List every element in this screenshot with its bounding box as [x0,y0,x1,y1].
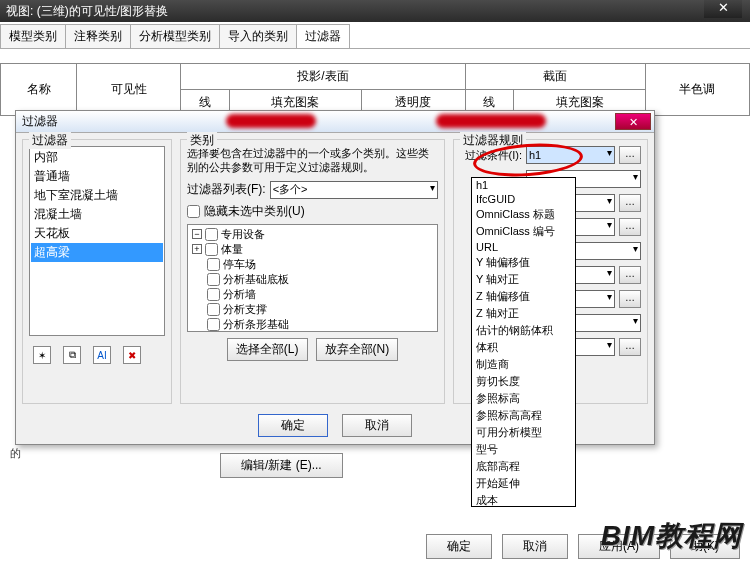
dropdown-item[interactable]: Y 轴对正 [472,271,575,288]
dialog-close-icon[interactable]: ✕ [615,113,651,130]
tab-filter[interactable]: 过滤器 [296,24,350,48]
dialog-titlebar[interactable]: 过滤器 ✕ [16,111,654,133]
tab-annotation[interactable]: 注释类别 [65,24,131,48]
filter-group: 过滤器 内部 普通墙 地下室混凝土墙 混凝土墙 天花板 超高梁 ✶ ⧉ AI ✖ [22,139,172,404]
col-name: 名称 [1,64,77,116]
dropdown-item[interactable]: IfcGUID [472,192,575,206]
dropdown-item[interactable]: 体积 [472,339,575,356]
filter-group-label: 过滤器 [29,132,71,149]
edit-new-button[interactable]: 编辑/新建 (E)... [220,453,343,478]
list-item[interactable]: 超高梁 [31,243,163,262]
categories-desc: 选择要包含在过滤器中的一个或多个类别。这些类别的公共参数可用于定义过滤器规则。 [187,146,438,175]
dropdown-item[interactable]: Y 轴偏移值 [472,254,575,271]
close-icon[interactable]: ✕ [704,0,742,18]
tab-model[interactable]: 模型类别 [0,24,66,48]
category-list[interactable]: −专用设备 +体量 停车场 分析基础底板 分析墙 分析支撑 分析条形基础 分析柱 [187,224,438,332]
rule-more-button[interactable]: … [619,218,641,236]
col-halftone: 半色调 [645,64,749,116]
rule-more-button[interactable]: … [619,290,641,308]
rule-more-button[interactable]: … [619,338,641,356]
list-item[interactable]: 分析条形基础 [190,317,435,332]
list-item[interactable]: −专用设备 [190,227,435,242]
dropdown-item[interactable]: h1 [472,178,575,192]
dropdown-item[interactable]: 开始延伸 [472,475,575,492]
cancel-button[interactable]: 取消 [502,534,568,559]
new-filter-icon[interactable]: ✶ [33,346,51,364]
list-item[interactable]: 停车场 [190,257,435,272]
dropdown-item[interactable]: 型号 [472,441,575,458]
footer-buttons: 确定 取消 应用(A) 助(K) [426,534,740,559]
cat-list-label: 过滤器列表(F): [187,181,266,198]
copy-filter-icon[interactable]: ⧉ [63,346,81,364]
hide-unchecked-label: 隐藏未选中类别(U) [204,203,305,220]
main-title: 视图: (三维)的可见性/图形替换 [6,3,168,20]
list-item[interactable]: +体量 [190,242,435,257]
filter-icon-row: ✶ ⧉ AI ✖ [29,346,165,364]
list-item[interactable]: 分析墙 [190,287,435,302]
help-button[interactable]: 助(K) [670,534,740,559]
dropdown-item[interactable]: OmniClass 标题 [472,206,575,223]
bottom-text: 的 [10,446,21,461]
dropdown-item[interactable]: Z 轴偏移值 [472,288,575,305]
apply-button[interactable]: 应用(A) [578,534,660,559]
main-titlebar: 视图: (三维)的可见性/图形替换 ✕ [0,0,750,22]
deselect-all-button[interactable]: 放弃全部(N) [316,338,399,361]
dropdown-item[interactable]: Z 轴对正 [472,305,575,322]
list-item[interactable]: 混凝土墙 [31,205,163,224]
dropdown-item[interactable]: URL [472,240,575,254]
select-all-button[interactable]: 选择全部(L) [227,338,308,361]
dropdown-item[interactable]: 底部高程 [472,458,575,475]
main-tabs: 模型类别 注释类别 分析模型类别 导入的类别 过滤器 [0,24,750,49]
dropdown-item[interactable]: 剪切长度 [472,373,575,390]
rule-more-button[interactable]: … [619,266,641,284]
dropdown-item[interactable]: 估计的钢筋体积 [472,322,575,339]
rule-filter-label: 过滤条件(I): [460,148,522,163]
list-item[interactable]: 分析基础底板 [190,272,435,287]
rule-more-button[interactable]: … [619,146,641,164]
list-item[interactable]: 天花板 [31,224,163,243]
col-sec-group: 截面 [465,64,645,90]
rule-filter-dropdown[interactable]: h1IfcGUIDOmniClass 标题OmniClass 编号URLY 轴偏… [471,177,576,507]
col-proj-group: 投影/表面 [181,64,465,90]
tab-analytical[interactable]: 分析模型类别 [130,24,220,48]
bg-header-table: 名称 可见性 投影/表面 截面 半色调 线 填充图案 透明度 线 填充图案 [0,63,750,116]
list-item[interactable]: 普通墙 [31,167,163,186]
list-item[interactable]: 地下室混凝土墙 [31,186,163,205]
rule-filter-select[interactable] [526,146,615,164]
col-visibility: 可见性 [77,64,181,116]
hide-unchecked-row[interactable]: 隐藏未选中类别(U) [187,203,438,220]
rule-more-button[interactable]: … [619,194,641,212]
tab-imported[interactable]: 导入的类别 [219,24,297,48]
rename-filter-icon[interactable]: AI [93,346,111,364]
dropdown-item[interactable]: 成本 [472,492,575,507]
list-item[interactable]: 内部 [31,148,163,167]
rules-group-label: 过滤器规则 [460,132,526,149]
dropdown-item[interactable]: 参照标高高程 [472,407,575,424]
hide-unchecked-checkbox[interactable] [187,205,200,218]
dialog-title: 过滤器 [22,113,58,130]
dropdown-item[interactable]: 制造商 [472,356,575,373]
ok-button[interactable]: 确定 [426,534,492,559]
categories-group: 类别 选择要包含在过滤器中的一个或多个类别。这些类别的公共参数可用于定义过滤器规… [180,139,445,404]
list-item[interactable]: 分析支撑 [190,302,435,317]
categories-group-label: 类别 [187,132,217,149]
delete-filter-icon[interactable]: ✖ [123,346,141,364]
filter-listbox[interactable]: 内部 普通墙 地下室混凝土墙 混凝土墙 天花板 超高梁 [29,146,165,336]
blur-redacted [226,114,316,128]
blur-redacted [436,114,546,128]
dropdown-item[interactable]: 可用分析模型 [472,424,575,441]
dialog-cancel-button[interactable]: 取消 [342,414,412,437]
dropdown-item[interactable]: 参照标高 [472,390,575,407]
dialog-ok-button[interactable]: 确定 [258,414,328,437]
cat-list-select[interactable] [270,181,438,199]
dropdown-item[interactable]: OmniClass 编号 [472,223,575,240]
